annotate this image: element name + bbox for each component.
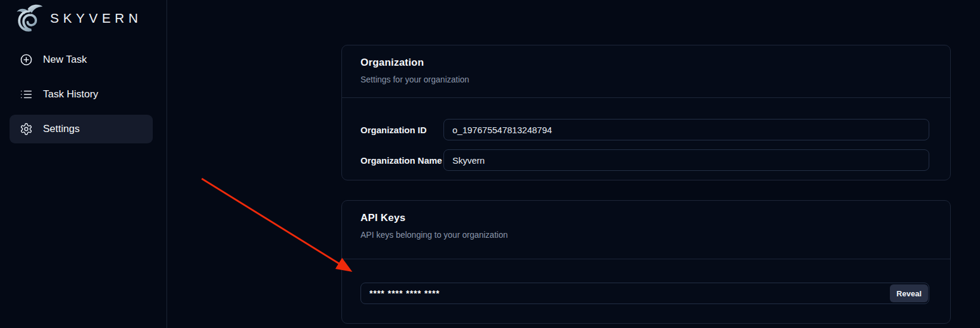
organization-name-label: Organization Name: [360, 155, 443, 165]
api-keys-card-header: API Keys API keys belonging to your orga…: [342, 201, 950, 259]
api-key-row: Reveal: [360, 283, 929, 304]
plus-circle-icon: [20, 53, 33, 66]
api-keys-card-subtitle: API keys belonging to your organization: [360, 230, 932, 240]
sidebar-nav: New Task Task History: [10, 45, 153, 143]
list-icon: [20, 88, 33, 101]
sidebar-item-task-history[interactable]: Task History: [10, 80, 153, 109]
api-keys-card-body: Reveal: [342, 259, 950, 304]
sidebar-item-label: Settings: [43, 123, 79, 135]
organization-id-row: Organization ID: [360, 119, 929, 140]
skyvern-dragon-logo-icon: [13, 3, 44, 34]
organization-card-header: Organization Settings for your organizat…: [342, 45, 950, 98]
organization-id-label: Organization ID: [360, 125, 443, 135]
brand-header: SKYVERN: [13, 1, 142, 36]
api-keys-card-title: API Keys: [360, 212, 932, 224]
organization-name-input[interactable]: [443, 149, 929, 171]
sidebar: SKYVERN New Task Ta: [0, 0, 167, 328]
organization-card-body: Organization ID Organization Name: [342, 98, 950, 171]
organization-name-row: Organization Name: [360, 149, 929, 171]
organization-card-subtitle: Settings for your organization: [360, 75, 932, 84]
api-key-masked-input[interactable]: [360, 283, 929, 304]
brand-name: SKYVERN: [50, 11, 142, 26]
organization-id-input[interactable]: [443, 119, 929, 140]
sidebar-item-settings[interactable]: Settings: [10, 115, 153, 143]
gear-icon: [20, 122, 33, 136]
skyvern-settings-page: SKYVERN New Task Ta: [0, 0, 980, 328]
organization-card-title: Organization: [360, 57, 932, 69]
reveal-button[interactable]: Reveal: [890, 284, 928, 302]
api-keys-card: API Keys API keys belonging to your orga…: [341, 200, 951, 324]
sidebar-item-new-task[interactable]: New Task: [10, 45, 153, 74]
organization-card: Organization Settings for your organizat…: [341, 45, 951, 180]
sidebar-item-label: New Task: [43, 54, 87, 66]
sidebar-item-label: Task History: [43, 88, 98, 100]
